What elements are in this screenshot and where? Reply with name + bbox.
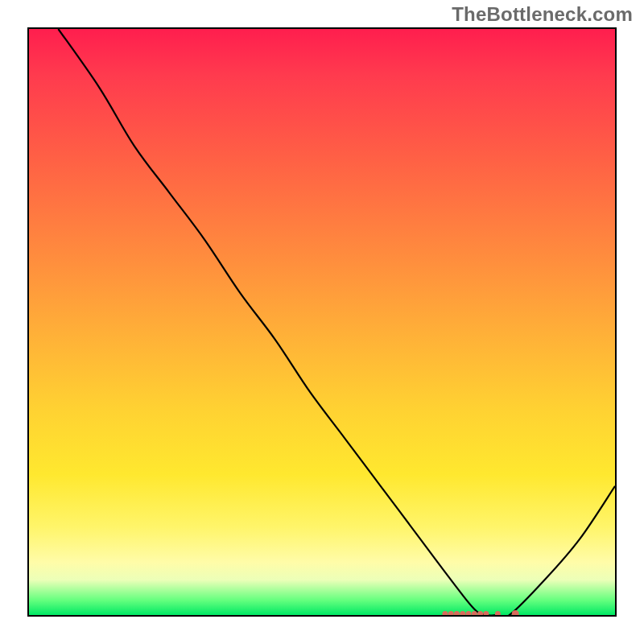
marker-group bbox=[442, 610, 518, 615]
plot-area bbox=[27, 27, 617, 617]
curve-marker bbox=[466, 611, 472, 615]
curve-path bbox=[58, 29, 615, 615]
chart-frame: TheBottleneck.com bbox=[0, 0, 644, 644]
curve-marker bbox=[495, 611, 501, 615]
curve-marker bbox=[460, 611, 465, 615]
curve-marker bbox=[483, 611, 489, 615]
curve-marker bbox=[454, 611, 460, 615]
watermark-text: TheBottleneck.com bbox=[452, 3, 633, 26]
curve-marker bbox=[512, 610, 519, 615]
curve-marker bbox=[442, 611, 448, 615]
bottleneck-curve bbox=[29, 29, 615, 615]
curve-marker bbox=[448, 611, 454, 615]
